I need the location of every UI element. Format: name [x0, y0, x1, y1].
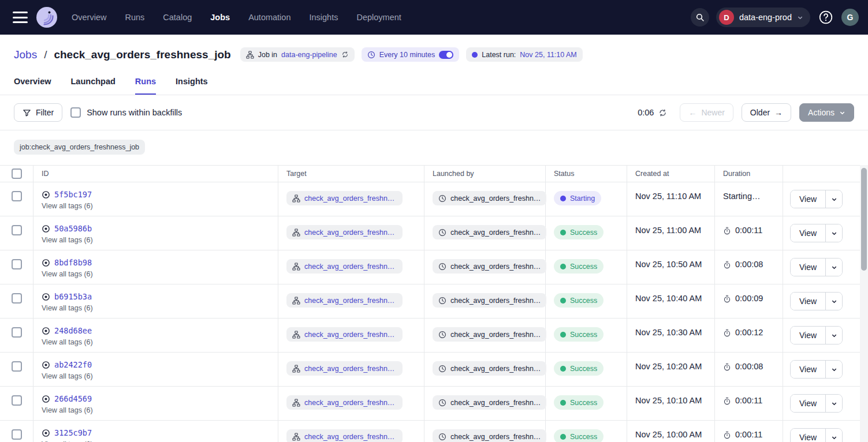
reload-icon[interactable] [341, 51, 349, 58]
nav-item-runs[interactable]: Runs [125, 13, 144, 22]
tab-launchpad[interactable]: Launchpad [71, 77, 116, 95]
launched-by-pill[interactable]: check_avg_orders_freshn… [433, 395, 546, 410]
target-job-link[interactable]: check_avg_orders_freshness_job [304, 194, 397, 203]
launched-by-pill[interactable]: check_avg_orders_freshn… [433, 225, 546, 239]
launched-by-pill[interactable]: check_avg_orders_freshn… [433, 191, 546, 205]
status-dot [560, 196, 566, 201]
run-id-link[interactable]: 3125c9b7 [54, 428, 92, 437]
show-backfills-checkbox[interactable] [70, 107, 81, 118]
view-all-tags-link[interactable]: View all tags (6) [42, 270, 93, 278]
row-checkbox[interactable] [12, 429, 22, 440]
duration-value: 0:00:12 [735, 328, 763, 337]
run-id-link[interactable]: ab2422f0 [54, 360, 92, 369]
run-target-icon [42, 259, 50, 267]
view-button[interactable]: View [791, 259, 825, 276]
nav-item-overview[interactable]: Overview [72, 13, 106, 22]
older-button[interactable]: Older → [742, 103, 791, 122]
tab-insights[interactable]: Insights [176, 77, 208, 95]
target-job-link[interactable]: check_avg_orders_freshness_job [304, 433, 397, 441]
view-button[interactable]: View [791, 327, 825, 344]
launched-by-pill[interactable]: check_avg_orders_freshn… [433, 293, 546, 308]
status-badge: Success [554, 225, 603, 239]
view-dropdown-button[interactable] [825, 259, 842, 276]
view-all-tags-link[interactable]: View all tags (6) [42, 338, 93, 346]
job-icon [292, 331, 300, 339]
nav-item-insights[interactable]: Insights [309, 13, 338, 22]
row-checkbox[interactable] [12, 293, 22, 304]
actions-button[interactable]: Actions [799, 103, 854, 122]
launched-by-pill[interactable]: check_avg_orders_freshn… [433, 429, 546, 442]
run-id-link[interactable]: 50a5986b [54, 224, 92, 233]
target-job-link[interactable]: check_avg_orders_freshness_job [304, 365, 397, 373]
nav-item-jobs[interactable]: Jobs [210, 13, 230, 22]
view-dropdown-button[interactable] [825, 190, 842, 208]
launched-by-pill[interactable]: check_avg_orders_freshn… [433, 361, 546, 376]
row-checkbox[interactable] [12, 327, 22, 338]
run-id-link[interactable]: 5f5bc197 [54, 190, 92, 199]
tab-runs[interactable]: Runs [135, 77, 156, 95]
latest-run-link[interactable]: Nov 25, 11:10 AM [520, 51, 576, 59]
workspace-switcher[interactable]: D data-eng-prod [716, 8, 810, 27]
vertical-scrollbar[interactable] [860, 165, 868, 442]
view-dropdown-button[interactable] [825, 224, 842, 242]
tab-overview[interactable]: Overview [14, 77, 51, 95]
view-all-tags-link[interactable]: View all tags (6) [42, 406, 93, 414]
latest-run-badge: Latest run: Nov 25, 11:10 AM [466, 47, 583, 62]
target-job-link[interactable]: check_avg_orders_freshness_job [304, 297, 397, 305]
schedule-toggle[interactable] [439, 51, 453, 59]
search-button[interactable] [691, 8, 709, 27]
view-dropdown-button[interactable] [825, 429, 842, 442]
nav-item-deployment[interactable]: Deployment [356, 13, 401, 22]
job-filter-tag[interactable]: job:check_avg_orders_freshness_job [14, 140, 145, 155]
help-icon [818, 10, 833, 25]
nav-item-catalog[interactable]: Catalog [163, 13, 192, 22]
schedule-badge: Every 10 minutes [362, 47, 460, 62]
row-checkbox[interactable] [12, 259, 22, 269]
row-checkbox[interactable] [12, 191, 22, 201]
launched-by-pill[interactable]: check_avg_orders_freshn… [433, 259, 546, 274]
help-button[interactable] [818, 10, 833, 25]
view-button[interactable]: View [791, 190, 825, 208]
hamburger-menu-icon[interactable] [13, 12, 28, 23]
view-all-tags-link[interactable]: View all tags (6) [42, 304, 93, 312]
view-dropdown-button[interactable] [825, 327, 842, 344]
view-button[interactable]: View [791, 429, 825, 442]
dagster-logo[interactable] [36, 6, 58, 28]
run-id-link[interactable]: 8bdf8b98 [54, 258, 92, 267]
row-checkbox[interactable] [12, 225, 22, 235]
run-id-link[interactable]: 248d68ee [54, 326, 92, 335]
run-id-link[interactable]: b6915b3a [54, 292, 92, 301]
row-checkbox[interactable] [12, 395, 22, 406]
nav-item-automation[interactable]: Automation [248, 13, 290, 22]
view-dropdown-button[interactable] [825, 361, 842, 378]
view-button[interactable]: View [791, 224, 825, 242]
view-all-tags-link[interactable]: View all tags (6) [42, 372, 93, 380]
launched-by-pill[interactable]: check_avg_orders_freshn… [433, 327, 546, 342]
breadcrumb-jobs-link[interactable]: Jobs [14, 48, 37, 61]
status-badge: Success [554, 429, 603, 442]
view-all-tags-link[interactable]: View all tags (6) [42, 236, 93, 244]
row-checkbox[interactable] [12, 361, 22, 372]
target-job-link[interactable]: check_avg_orders_freshness_job [304, 399, 397, 407]
target-job-link[interactable]: check_avg_orders_freshness_job [304, 331, 397, 339]
view-button[interactable]: View [791, 293, 825, 310]
run-id-link[interactable]: 266d4569 [54, 394, 92, 403]
scrollbar-thumb[interactable] [861, 168, 867, 271]
view-all-tags-link[interactable]: View all tags (6) [42, 202, 93, 210]
select-all-checkbox[interactable] [12, 168, 22, 179]
user-avatar[interactable]: G [841, 9, 859, 26]
view-dropdown-button[interactable] [825, 293, 842, 310]
created-at-value: Nov 25, 11:00 AM [635, 226, 701, 235]
code-location-link[interactable]: data-eng-pipeline [281, 51, 337, 59]
schedule-clock-icon [438, 297, 446, 305]
target-job-link[interactable]: check_avg_orders_freshness_job [304, 229, 397, 237]
view-split-button: View [790, 258, 843, 276]
view-button[interactable]: View [791, 361, 825, 378]
view-dropdown-button[interactable] [825, 395, 842, 412]
view-button[interactable]: View [791, 395, 825, 412]
filter-button[interactable]: Filter [14, 103, 62, 122]
search-icon [695, 13, 705, 22]
target-job-link[interactable]: check_avg_orders_freshness_job [304, 263, 397, 271]
newer-button[interactable]: ← Newer [680, 103, 733, 122]
refresh-icon[interactable] [658, 108, 667, 117]
